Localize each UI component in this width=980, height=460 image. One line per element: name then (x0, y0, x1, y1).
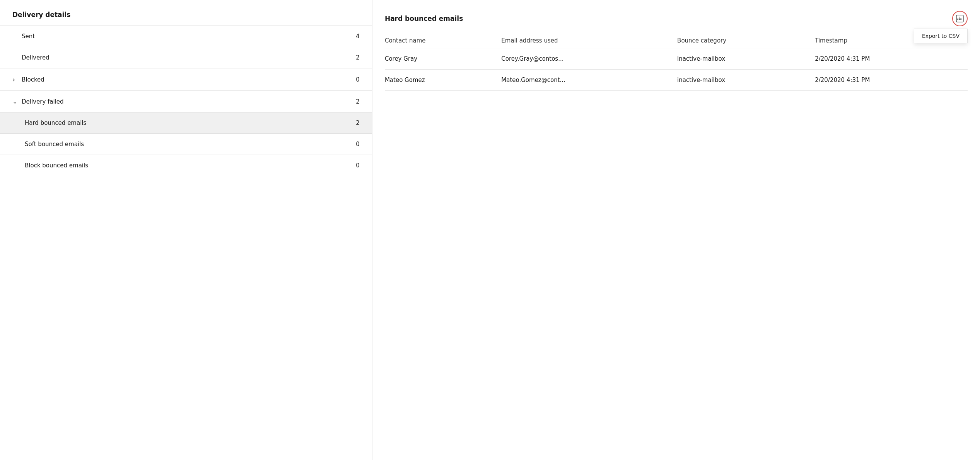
row-label-sent: Sent (22, 33, 356, 40)
delivery-row-hard-bounced[interactable]: Hard bounced emails2 (0, 112, 372, 134)
main-container: Delivery details Sent4Delivered2›Blocked… (0, 0, 980, 460)
col-email: Email address used (501, 33, 677, 48)
row-count-soft-bounced: 0 (356, 141, 360, 148)
export-csv-icon[interactable]: csv (952, 11, 968, 26)
chevron-blocked: › (12, 75, 22, 83)
row-count-sent: 4 (356, 33, 360, 40)
row-count-delivery-failed: 2 (356, 98, 360, 105)
table-cell-0-3: 2/20/2020 4:31 PM (815, 48, 968, 70)
row-count-delivered: 2 (356, 54, 360, 61)
delivery-row-sent[interactable]: Sent4 (0, 26, 372, 47)
col-bounce-category: Bounce category (677, 33, 815, 48)
table-cell-1-0: Mateo Gomez (385, 70, 501, 91)
row-label-hard-bounced: Hard bounced emails (25, 119, 356, 126)
row-label-delivery-failed: Delivery failed (22, 98, 356, 105)
col-contact-name: Contact name (385, 33, 501, 48)
row-label-block-bounced: Block bounced emails (25, 162, 356, 169)
delivery-row-delivery-failed[interactable]: ⌄Delivery failed2 (0, 91, 372, 112)
right-panel: Hard bounced emails csv Export to CSV (372, 0, 980, 460)
row-count-blocked: 0 (356, 76, 360, 83)
export-dropdown-label[interactable]: Export to CSV (922, 33, 960, 39)
row-label-soft-bounced: Soft bounced emails (25, 141, 356, 148)
table-cell-0-2: inactive-mailbox (677, 48, 815, 70)
chevron-delivery-failed: ⌄ (12, 98, 22, 105)
table-cell-1-3: 2/20/2020 4:31 PM (815, 70, 968, 91)
delivery-row-soft-bounced[interactable]: Soft bounced emails0 (0, 134, 372, 155)
table-body: Corey GrayCorey.Gray@contos...inactive-m… (385, 48, 968, 91)
export-dropdown[interactable]: Export to CSV (914, 29, 968, 43)
delivery-details-title: Delivery details (0, 11, 372, 26)
csv-icon: csv (956, 14, 964, 23)
table-row-1[interactable]: Mateo GomezMateo.Gomez@cont...inactive-m… (385, 70, 968, 91)
right-panel-title: Hard bounced emails (385, 15, 463, 22)
delivery-row-blocked[interactable]: ›Blocked0 (0, 68, 372, 91)
row-count-hard-bounced: 2 (356, 119, 360, 126)
delivery-row-block-bounced[interactable]: Block bounced emails0 (0, 155, 372, 176)
table-header-row: Contact name Email address used Bounce c… (385, 33, 968, 48)
row-count-block-bounced: 0 (356, 162, 360, 169)
table-cell-0-0: Corey Gray (385, 48, 501, 70)
table-cell-1-1: Mateo.Gomez@cont... (501, 70, 677, 91)
delivery-row-delivered[interactable]: Delivered2 (0, 47, 372, 68)
row-label-delivered: Delivered (22, 54, 356, 61)
export-csv-button[interactable]: csv Export to CSV (952, 11, 968, 26)
table-cell-0-1: Corey.Gray@contos... (501, 48, 677, 70)
right-panel-header: Hard bounced emails csv Export to CSV (385, 11, 968, 26)
row-label-blocked: Blocked (22, 76, 356, 83)
hard-bounced-table: Contact name Email address used Bounce c… (385, 33, 968, 91)
table-cell-1-2: inactive-mailbox (677, 70, 815, 91)
table-row-0[interactable]: Corey GrayCorey.Gray@contos...inactive-m… (385, 48, 968, 70)
delivery-rows-container: Sent4Delivered2›Blocked0⌄Delivery failed… (0, 26, 372, 176)
left-panel: Delivery details Sent4Delivered2›Blocked… (0, 0, 372, 460)
